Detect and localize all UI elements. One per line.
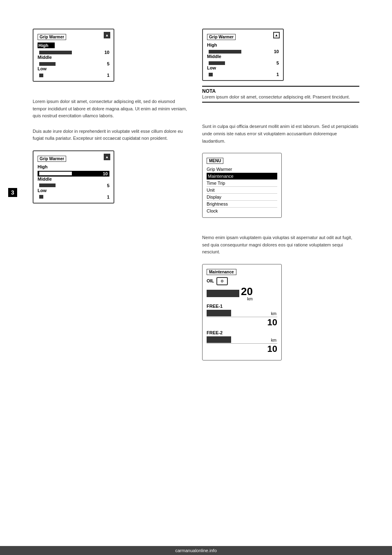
grip-warmer-widget-3: Grip Warmer ▲ High 10 (33, 150, 114, 204)
left-text-para2: Duis aute irure dolor in reprehenderit i… (33, 128, 190, 142)
section-top-right: Grip Warmer ▲ High 10 (202, 29, 359, 107)
maintenance-screen: Maintenance OIL ⚙ 20 km (202, 264, 282, 360)
section-middle-right: MENU Grip Warmer Maintenance Time Trip U… (202, 153, 359, 218)
grip-label-middle-1: Middle (38, 55, 55, 60)
grip-row-high-3: High (38, 164, 109, 169)
widget2-icon: ▲ (273, 32, 280, 38)
free2-unit: km (271, 338, 277, 342)
grip-num-high-2: 10 (274, 49, 279, 54)
grip-bar-middle-2: 5 (207, 60, 279, 65)
grip-bar-middle-fill-2 (209, 61, 225, 65)
free1-unit: km (271, 311, 277, 316)
grip-label-low-1: Low (38, 66, 55, 71)
grip-bar-high-fill-3 (39, 172, 72, 175)
menu-item-grip-warmer[interactable]: Grip Warmer (207, 166, 277, 173)
maint-label-oil: OIL (207, 278, 214, 283)
right-text-para1: Sunt in culpa qui officia deserunt molli… (202, 123, 359, 145)
widget2-title: Grip Warmer (207, 34, 236, 40)
free2-value: 10 (207, 344, 277, 354)
grip-num-middle-1: 5 (107, 61, 109, 66)
free1-value: 10 (207, 317, 277, 328)
free2-bar (207, 336, 231, 343)
grip-row-low-2: Low (207, 65, 279, 70)
grip-warmer-widget-1: Grip Warmer ▲ High 10 (33, 29, 114, 82)
section-bottom-right: Maintenance OIL ⚙ 20 km (202, 264, 359, 360)
grip-bar-high-fill-1 (39, 51, 72, 54)
grip-label-high-3: High (38, 164, 55, 169)
grip-rows-3: High 10 Middle (38, 164, 109, 199)
menu-item-unit[interactable]: Unit (207, 187, 277, 194)
menu-item-maintenance[interactable]: Maintenance (207, 173, 277, 180)
left-text-para1: Lorem ipsum dolor sit amet, consectetur … (33, 98, 190, 120)
grip-bar-low-2: 1 (207, 72, 279, 77)
grip-bar-middle-fill-1 (39, 62, 56, 66)
grip-num-middle-2: 5 (276, 60, 279, 65)
menu-item-clock[interactable]: Clock (207, 208, 277, 214)
grip-label-middle-2: Middle (207, 54, 224, 59)
grip-row-low-1: Low (38, 66, 109, 71)
grip-row-high-2: High (207, 43, 279, 47)
oil-value: 20 (241, 286, 253, 297)
section-middle-left: Grip Warmer ▲ High 10 (33, 150, 190, 204)
page-number: 3 (8, 188, 17, 197)
page: 3 Grip Warmer ▲ High (0, 0, 392, 555)
grip-bar-low-1: 1 (38, 73, 109, 78)
grip-num-high-1: 10 (105, 50, 109, 55)
nota-text: Lorem ipsum dolor sit amet, consectetur … (202, 94, 359, 100)
widget1-icon: ▲ (104, 32, 110, 38)
grip-bar-high-2: 10 (207, 49, 279, 54)
widget3-icon: ▲ (104, 154, 110, 160)
maint-row-oil: OIL ⚙ 20 km (207, 277, 277, 301)
grip-bar-middle-fill-3 (39, 184, 56, 187)
oil-icon: ⚙ (216, 277, 228, 285)
grip-row-middle-3: Middle (38, 177, 109, 181)
grip-bar-middle-3: 5 (38, 183, 109, 188)
oil-bar (207, 290, 239, 297)
section-top-left: Grip Warmer ▲ High 10 (33, 29, 190, 82)
grip-num-low-2: 1 (276, 72, 279, 77)
free1-bar (207, 310, 231, 316)
right-column: Grip Warmer ▲ High 10 (202, 29, 359, 369)
footer-text: carmanualonline.info (175, 548, 217, 553)
grip-bar-middle-1: 5 (38, 61, 109, 66)
grip-bar-low-fill-2 (209, 73, 213, 76)
widget1-title: Grip Warmer (38, 34, 66, 40)
footer-bar: carmanualonline.info (0, 546, 392, 555)
grip-label-middle-3: Middle (38, 177, 55, 181)
menu-item-brightness[interactable]: Brightness (207, 201, 277, 208)
grip-bar-low-3: 1 (38, 195, 109, 199)
maint-title: Maintenance (207, 269, 236, 275)
widget3-title: Grip Warmer (38, 156, 66, 162)
nota-box: NOTA Lorem ipsum dolor sit amet, consect… (202, 86, 359, 103)
grip-rows-2: High 10 Middle (207, 43, 279, 77)
grip-row-middle-2: Middle (207, 54, 279, 59)
grip-bar-high-3: 10 (38, 171, 109, 177)
grip-warmer-widget-2: Grip Warmer ▲ High 10 (202, 29, 284, 81)
grip-bar-high-fill-2 (209, 50, 241, 54)
grip-num-low-3: 1 (107, 195, 109, 199)
right-text-para2: Nemo enim ipsam voluptatem quia voluptas… (202, 234, 359, 256)
grip-rows-1: High 10 Middle (38, 43, 109, 78)
grip-row-low-3: Low (38, 188, 109, 193)
menu-title: MENU (207, 158, 223, 164)
maint-row-free1: FREE-1 km 10 (207, 304, 277, 328)
maint-label-free2: FREE-2 (207, 330, 277, 335)
nota-title: NOTA (202, 88, 359, 94)
maint-label-free1: FREE-1 (207, 304, 277, 309)
grip-bar-low-fill-1 (39, 74, 43, 77)
grip-label-low-2: Low (207, 65, 224, 70)
left-column: Grip Warmer ▲ High 10 (33, 29, 190, 369)
menu-item-display[interactable]: Display (207, 194, 277, 201)
grip-bar-high-1: 10 (38, 50, 109, 55)
maint-row-free2: FREE-2 km 10 (207, 330, 277, 354)
grip-row-high-1: High (38, 43, 109, 48)
menu-screen: MENU Grip Warmer Maintenance Time Trip U… (202, 153, 282, 218)
grip-num-high-3: 10 (103, 171, 108, 176)
menu-item-time-trip[interactable]: Time Trip (207, 180, 277, 187)
oil-unit: km (247, 297, 253, 301)
grip-label-low-3: Low (38, 188, 55, 193)
grip-label-high: High (38, 43, 55, 48)
grip-num-low-1: 1 (107, 73, 109, 78)
grip-bar-low-fill-3 (39, 195, 43, 199)
grip-num-middle-3: 5 (107, 183, 109, 188)
